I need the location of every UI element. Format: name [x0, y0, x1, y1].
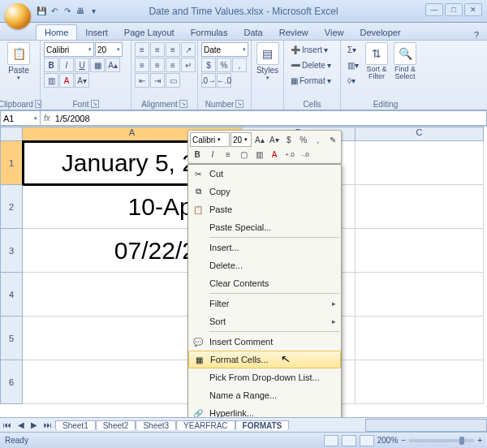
autosum-button[interactable]: Σ▾	[344, 42, 362, 57]
align-left-button[interactable]: ≡	[135, 58, 149, 72]
ribbon-help-icon[interactable]: ?	[474, 30, 487, 40]
zoom-out-button[interactable]: −	[401, 436, 406, 445]
ctx-name-range[interactable]: Name a Range...	[188, 386, 341, 404]
tab-review[interactable]: Review	[271, 25, 317, 40]
cell-C4[interactable]	[356, 273, 484, 317]
ctx-paste-special[interactable]: Paste Special...	[188, 218, 341, 236]
comma-button[interactable]: ,	[232, 58, 247, 72]
row-header-6[interactable]: 6	[0, 360, 23, 404]
row-header-4[interactable]: 4	[0, 273, 23, 317]
row-header-2[interactable]: 2	[0, 185, 23, 229]
office-button[interactable]	[5, 3, 31, 29]
save-icon[interactable]: 💾	[36, 6, 47, 17]
ctx-clear-contents[interactable]: Clear Contents	[188, 274, 341, 292]
sheet-tab-yearfrac[interactable]: YEARFRAC	[176, 420, 235, 430]
mini-font-combo[interactable]: Calibri▾	[190, 132, 230, 147]
increase-indent-button[interactable]: ⇥	[150, 73, 165, 88]
formula-box[interactable]: fx 1/5/2008	[41, 110, 487, 126]
mini-grow-font-button[interactable]: A▴	[252, 132, 266, 147]
cell-C1[interactable]	[356, 141, 484, 185]
format-cells-button[interactable]: ▦Format▾	[287, 73, 334, 88]
sheet-tab-sheet2[interactable]: Sheet2	[96, 420, 136, 430]
font-name-combo[interactable]: Calibri▾	[44, 42, 94, 57]
sheet-nav-next[interactable]: ▶	[28, 420, 41, 429]
cell-C3[interactable]	[356, 229, 484, 273]
zoom-thumb[interactable]	[459, 437, 464, 445]
decrease-indent-button[interactable]: ⇤	[135, 73, 149, 88]
ctx-format-cells[interactable]: ▦Format Cells...	[188, 351, 341, 368]
view-page-break-button[interactable]	[360, 435, 374, 446]
ctx-insert-comment[interactable]: 💬Insert Comment	[188, 333, 341, 351]
ctx-pick-from-list[interactable]: Pick From Drop-down List...	[188, 368, 341, 386]
undo-icon[interactable]: ↶	[49, 6, 60, 17]
select-all-corner[interactable]	[0, 127, 23, 141]
ctx-copy[interactable]: ⧉Copy	[188, 183, 341, 200]
name-box[interactable]: A1▾	[0, 110, 41, 126]
sheet-nav-last[interactable]: ⏭	[41, 420, 55, 429]
column-header-C[interactable]: C	[356, 127, 484, 141]
align-middle-button[interactable]: ≡	[150, 42, 165, 57]
minimize-button[interactable]: —	[425, 3, 443, 16]
insert-cells-button[interactable]: ➕Insert▾	[287, 42, 331, 57]
mini-increase-decimal-button[interactable]: +.0	[282, 147, 297, 162]
view-normal-button[interactable]	[324, 435, 338, 446]
tab-page-layout[interactable]: Page Layout	[116, 25, 183, 40]
fx-icon[interactable]: fx	[44, 114, 50, 123]
styles-button[interactable]: ▤Styles▾	[255, 42, 280, 81]
alignment-launcher[interactable]: ↘	[179, 100, 187, 108]
tab-insert[interactable]: Insert	[77, 25, 116, 40]
mini-size-combo[interactable]: 20▾	[231, 132, 252, 147]
number-format-combo[interactable]: Date▾	[201, 42, 248, 57]
mini-currency-button[interactable]: $	[282, 132, 295, 147]
border-button[interactable]: ▦	[90, 58, 105, 72]
mini-font-color-button[interactable]: A	[267, 147, 282, 162]
font-launcher[interactable]: ↘	[91, 100, 99, 108]
bold-button[interactable]: B	[44, 58, 58, 72]
mini-shrink-font-button[interactable]: A▾	[267, 132, 281, 147]
percent-button[interactable]: %	[217, 58, 231, 72]
delete-cells-button[interactable]: ➖Delete▾	[287, 58, 334, 72]
close-button[interactable]: ✕	[464, 3, 482, 16]
grow-font-button[interactable]: A▴	[106, 58, 120, 72]
sheet-tab-sheet3[interactable]: Sheet3	[136, 420, 176, 430]
tab-formulas[interactable]: Formulas	[183, 25, 236, 40]
row-header-1[interactable]: 1	[0, 141, 23, 185]
mini-decrease-decimal-button[interactable]: -.0	[298, 147, 312, 162]
sort-filter-button[interactable]: ⇅Sort & Filter	[363, 42, 390, 80]
italic-button[interactable]: I	[59, 58, 74, 72]
maximize-button[interactable]: □	[445, 3, 463, 16]
tab-view[interactable]: View	[317, 25, 352, 40]
qat-more-icon[interactable]: ▾	[88, 6, 99, 17]
align-bottom-button[interactable]: ≡	[166, 42, 180, 57]
row-header-5[interactable]: 5	[0, 317, 23, 360]
redo-icon[interactable]: ↷	[62, 6, 73, 17]
paste-button[interactable]: 📋 Paste ▾	[3, 42, 34, 81]
merge-center-button[interactable]: ▭	[166, 73, 180, 88]
align-center-button[interactable]: ≡	[150, 58, 165, 72]
orientation-button[interactable]: ↗	[181, 42, 196, 57]
mini-italic-button[interactable]: I	[205, 147, 220, 162]
align-top-button[interactable]: ≡	[135, 42, 149, 57]
sheet-nav-prev[interactable]: ◀	[15, 420, 28, 429]
mini-bold-button[interactable]: B	[190, 147, 205, 162]
decrease-decimal-button[interactable]: ←.0	[217, 73, 231, 88]
mini-center-button[interactable]: ≡	[221, 147, 235, 162]
tab-home[interactable]: Home	[36, 24, 77, 40]
zoom-in-button[interactable]: +	[477, 436, 482, 445]
ctx-insert[interactable]: Insert...	[188, 239, 341, 256]
print-icon[interactable]: 🖶	[75, 6, 86, 17]
ctx-paste[interactable]: 📋Paste	[188, 200, 341, 218]
mini-comma-button[interactable]: ,	[311, 132, 325, 147]
increase-decimal-button[interactable]: .0→	[201, 73, 216, 88]
row-header-3[interactable]: 3	[0, 229, 23, 273]
find-select-button[interactable]: 🔍Find & Select	[391, 42, 419, 80]
sheet-tab-formats[interactable]: FORMATS	[235, 420, 290, 430]
wrap-text-button[interactable]: ↵	[181, 58, 196, 72]
font-size-combo[interactable]: 20▾	[95, 42, 123, 57]
mini-percent-button[interactable]: %	[296, 132, 310, 147]
horizontal-scrollbar[interactable]	[365, 419, 487, 432]
zoom-percent[interactable]: 200%	[377, 436, 399, 445]
cell-C5[interactable]	[356, 317, 484, 360]
fill-button[interactable]: ▥▾	[344, 58, 362, 72]
view-page-layout-button[interactable]	[342, 435, 356, 446]
